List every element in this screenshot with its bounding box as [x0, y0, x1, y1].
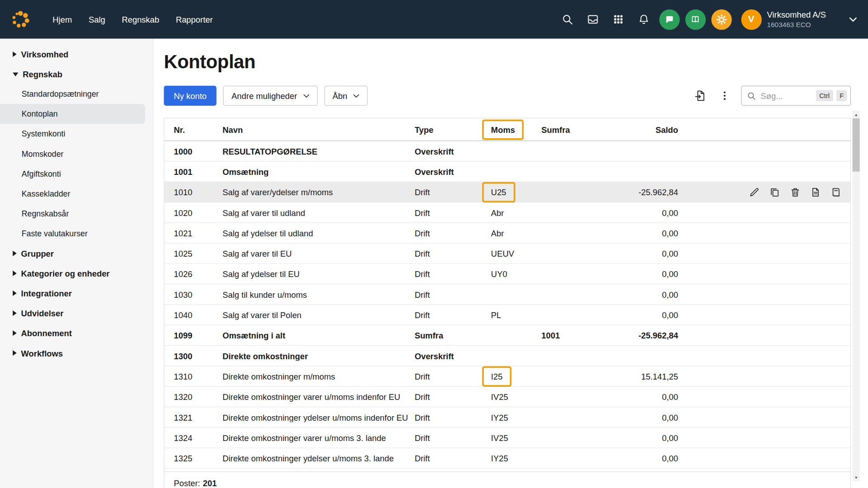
cell-navn: Salg af varer til udland: [222, 208, 415, 217]
cell-navn: Salg til kunder u/moms: [222, 290, 415, 299]
scrollbar-thumb[interactable]: [853, 118, 860, 172]
cell-nr: 1025: [165, 249, 223, 258]
cell-type: Drift: [415, 249, 491, 258]
cell-nr: 1020: [165, 208, 223, 217]
cell-saldo: 0,00: [597, 453, 686, 463]
table-row[interactable]: 1321Direkte omkostninger ydelser u/moms …: [165, 407, 850, 427]
sidebar-item-kontoplan[interactable]: Kontoplan: [0, 104, 145, 124]
chevron-down-icon[interactable]: [849, 17, 857, 22]
moms-header-highlight-box: Moms: [482, 119, 524, 140]
cell-navn: Salg af varer/ydelser m/moms: [222, 187, 415, 197]
cell-navn: Direkte omkostninger m/moms: [222, 371, 415, 381]
chevron-down-icon: [13, 72, 18, 76]
company-avatar[interactable]: V: [741, 9, 761, 29]
settings-gear-icon[interactable]: [711, 9, 731, 29]
inbox-icon[interactable]: [580, 7, 605, 32]
cell-navn: Omsætning: [222, 167, 415, 176]
edit-icon[interactable]: [749, 187, 760, 197]
kebab-menu-icon[interactable]: [714, 86, 736, 106]
nav-salg[interactable]: Salg: [80, 10, 114, 28]
cell-nr: 1099: [165, 331, 223, 340]
table-row[interactable]: 1026Salg af ydelser til EUDriftUY00,00: [165, 264, 850, 284]
cell-nr: 1010: [165, 187, 223, 197]
apps-grid-icon[interactable]: [605, 7, 631, 32]
column-header-saldo: Saldo: [597, 125, 686, 134]
bell-icon[interactable]: [631, 7, 656, 32]
other-options-button[interactable]: Andre muligheder: [223, 86, 318, 106]
cell-navn: Salg af ydelser til EU: [222, 269, 415, 279]
table-row[interactable]: 1010Salg af varer/ydelser m/momsDriftU25…: [165, 182, 850, 202]
app-logo[interactable]: [11, 10, 30, 29]
table-row[interactable]: 1099Omsætning i altSumfra1001-25.962,84: [165, 325, 850, 346]
table-row[interactable]: 1324Direkte omkostninger varer u/moms 3.…: [165, 428, 850, 448]
sidebar-item-faste-valutakurser[interactable]: Faste valutakurser: [0, 224, 153, 244]
key-ctrl-badge: Ctrl: [816, 90, 833, 101]
delete-icon[interactable]: [790, 187, 800, 197]
chat-icon[interactable]: [659, 9, 679, 29]
table-row[interactable]: 1030Salg til kunder u/momsDrift0,00: [165, 284, 850, 305]
sidebar-item-kassekladder[interactable]: Kassekladder: [0, 184, 153, 204]
nav-hjem[interactable]: Hjem: [44, 10, 80, 28]
nav-regnskab[interactable]: Regnskab: [113, 10, 167, 28]
table-row[interactable]: 1300Direkte omkostningerOverskrift: [165, 346, 850, 366]
scroll-down-icon[interactable]: ▼: [854, 474, 858, 481]
table-row[interactable]: 1021Salg af ydelser til udlandDriftAbr0,…: [165, 223, 850, 243]
sidebar-section-label: Integrationer: [21, 289, 72, 298]
cell-moms: PL: [491, 310, 541, 319]
cell-saldo: 0,00: [597, 269, 686, 279]
table-header: Nr. Navn Type Moms Sumfra Saldo: [165, 118, 850, 141]
sidebar-item-regnskabsår[interactable]: Regnskabsår: [0, 204, 153, 224]
sidebar-section-integrationer[interactable]: Integrationer: [0, 283, 153, 303]
copy-icon[interactable]: [769, 187, 780, 197]
sidebar-section-regnskab[interactable]: Regnskab: [0, 64, 153, 84]
top-navigation: Hjem Salg Regnskab Rapporter: [44, 10, 221, 28]
table-row[interactable]: 1040Salg af varer til PolenDriftPL0,00: [165, 305, 850, 325]
nav-rapporter[interactable]: Rapporter: [168, 10, 221, 28]
sidebar-item-systemkonti[interactable]: Systemkonti: [0, 124, 153, 144]
cell-navn: Salg af ydelser til udland: [222, 228, 415, 238]
sidebar-list: VirksomhedRegnskabStandardopsætningerKon…: [0, 44, 153, 363]
sidebar-section-virksomhed[interactable]: Virksomhed: [0, 44, 153, 64]
sidebar-item-standardopsætninger[interactable]: Standardopsætninger: [0, 84, 153, 104]
sidebar-section-abonnement[interactable]: Abonnement: [0, 323, 153, 343]
sidebar-section-grupper[interactable]: Grupper: [0, 244, 153, 263]
chevron-down-icon: [354, 94, 359, 98]
chevron-right-icon: [13, 271, 17, 276]
ledger-icon[interactable]: [831, 187, 841, 197]
search-icon[interactable]: [554, 7, 580, 32]
sidebar-section-udvidelser[interactable]: Udvidelser: [0, 303, 153, 323]
company-switcher[interactable]: Virksomhed A/S 1603463 ECO: [767, 9, 826, 29]
scroll-up-icon[interactable]: ▲: [854, 111, 858, 118]
table-row[interactable]: 1001OmsætningOverskrift: [165, 162, 850, 182]
table-row[interactable]: 1320Direkte omkostninger varer u/moms in…: [165, 387, 850, 407]
table-row[interactable]: 1025Salg af varer til EUDriftUEUV0,00: [165, 244, 850, 264]
sidebar-item-afgiftskonti[interactable]: Afgiftskonti: [0, 164, 153, 183]
export-icon[interactable]: [690, 86, 712, 106]
cell-nr: 1300: [165, 351, 223, 361]
cell-moms: Abr: [491, 208, 541, 217]
table-row[interactable]: 1000RESULTATOPGØRELSEOverskrift: [165, 141, 850, 161]
cell-saldo: 0,00: [597, 392, 686, 402]
sidebar-section-workflows[interactable]: Workflows: [0, 343, 153, 363]
sidebar-section-kategorier-og-enheder[interactable]: Kategorier og enheder: [0, 263, 153, 283]
column-header-nr: Nr.: [165, 125, 223, 134]
cell-nr: 1021: [165, 228, 223, 238]
help-book-icon[interactable]: [685, 9, 705, 29]
search-box: Ctrl F: [741, 86, 851, 106]
table-row[interactable]: 1310Direkte omkostninger m/momsDriftI251…: [165, 366, 850, 387]
cell-nr: 1040: [165, 310, 223, 319]
cell-moms: IV25: [491, 392, 541, 402]
cell-type: Drift: [415, 208, 491, 217]
open-button[interactable]: Åbn: [324, 86, 368, 106]
entries-icon[interactable]: [811, 187, 821, 197]
search-input[interactable]: [760, 90, 813, 101]
sidebar-item-momskoder[interactable]: Momskoder: [0, 144, 153, 164]
table-row[interactable]: 1020Salg af varer til udlandDriftAbr0,00: [165, 202, 850, 223]
table-row[interactable]: 1325Direkte omkostninger ydelser u/moms …: [165, 448, 850, 469]
cell-saldo: 0,00: [597, 433, 686, 442]
vertical-scrollbar[interactable]: ▲ ▼: [853, 111, 860, 481]
cell-navn: Direkte omkostninger: [222, 351, 415, 361]
cell-moms: UEUV: [491, 249, 541, 258]
search-icon: [747, 91, 756, 100]
new-account-button[interactable]: Ny konto: [164, 86, 217, 106]
